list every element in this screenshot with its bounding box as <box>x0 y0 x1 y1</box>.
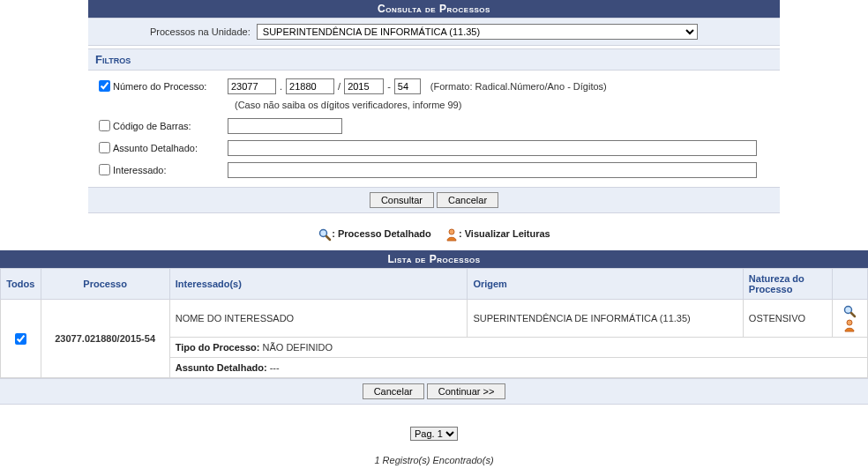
assunto-input[interactable] <box>228 140 757 156</box>
col-processo: Processo <box>41 269 169 300</box>
record-count: 1 Registro(s) Encontrado(s) <box>0 448 868 476</box>
cancelar-button[interactable]: Cancelar <box>437 192 498 208</box>
svg-point-5 <box>847 320 852 325</box>
assunto-label: Assunto Detalhado: <box>113 143 228 153</box>
filters-body: Número do Processo: . / - (Formato: Radi… <box>88 71 780 187</box>
magnifier-icon <box>318 227 332 242</box>
numero-radical-input[interactable] <box>228 78 276 94</box>
svg-point-2 <box>449 229 454 234</box>
list-action-bar: Cancelar Continuar >> <box>0 378 868 405</box>
list-cancelar-button[interactable]: Cancelar <box>363 383 424 399</box>
legend-leituras: : Visualizar Leituras <box>459 228 550 239</box>
filter-buttons: Consultar Cancelar <box>88 187 780 213</box>
table-row: 23077.021880/2015-54 NOME DO INTERESSADO… <box>1 300 868 338</box>
interessado-input[interactable] <box>228 162 757 178</box>
assunto-subvalue: --- <box>267 362 280 373</box>
numero-checkbox[interactable] <box>99 80 110 92</box>
filter-row-numero: Número do Processo: . / - (Formato: Radi… <box>95 78 773 94</box>
numero-hint: (Caso não saiba os dígitos verificadores… <box>235 100 773 110</box>
col-interessados: Interessado(s) <box>169 269 468 300</box>
numero-digitos-input[interactable] <box>394 78 421 94</box>
legend: : Processo Detalhado : Visualizar Leitur… <box>0 213 868 250</box>
list-title: Lista de Processos <box>0 250 868 268</box>
numero-format-hint: (Formato: Radical.Número/Ano - Dígitos) <box>430 81 607 92</box>
col-origem: Origem <box>468 269 743 300</box>
barras-input[interactable] <box>228 118 342 134</box>
row-checkbox[interactable] <box>15 333 26 345</box>
interessado-label: Interessado: <box>113 165 228 175</box>
row-natureza: OSTENSIVO <box>743 300 832 338</box>
interessado-checkbox[interactable] <box>99 164 110 175</box>
row-actions <box>832 300 867 338</box>
numero-ano-input[interactable] <box>344 78 384 94</box>
list-continuar-button[interactable]: Continuar >> <box>427 383 506 399</box>
filters-section-title: Filtros <box>88 48 780 71</box>
pager: Pag. 1 <box>0 405 868 448</box>
assunto-checkbox[interactable] <box>99 142 110 153</box>
barras-label: Código de Barras: <box>113 121 228 131</box>
page-title: Consulta de Processos <box>88 0 780 18</box>
page-select[interactable]: Pag. 1 <box>410 427 458 441</box>
row-interessado: NOME DO INTERESSADO <box>169 300 468 338</box>
col-natureza: Natureza do Processo <box>743 269 832 300</box>
filter-row-barras: Código de Barras: <box>95 117 773 134</box>
unit-label: Processos na Unidade: <box>150 26 251 37</box>
row-magnifier-icon[interactable] <box>842 304 857 318</box>
tipo-label: Tipo do Processo: <box>176 342 260 353</box>
numero-numero-input[interactable] <box>286 78 334 94</box>
unit-select[interactable]: SUPERINTENDÊNCIA DE INFORMÁTICA (11.35) <box>257 24 698 40</box>
assunto-sublabel: Assunto Detalhado: <box>176 362 267 373</box>
process-table: Todos Processo Interessado(s) Origem Nat… <box>0 268 868 378</box>
unit-row: Processos na Unidade: SUPERINTENDÊNCIA D… <box>88 18 780 46</box>
legend-detalhado: : Processo Detalhado <box>332 228 430 239</box>
col-actions <box>832 269 867 300</box>
svg-line-1 <box>326 236 330 240</box>
numero-label: Número do Processo: <box>113 81 228 92</box>
filter-row-interessado: Interessado: <box>95 161 773 178</box>
row-origem: SUPERINTENDÊNCIA DE INFORMÁTICA (11.35) <box>468 300 743 338</box>
processo-link[interactable]: 23077.021880/2015-54 <box>41 300 169 378</box>
col-todos[interactable]: Todos <box>1 269 41 300</box>
svg-line-4 <box>851 313 855 316</box>
tipo-value: NÃO DEFINIDO <box>259 342 333 353</box>
filter-row-assunto: Assunto Detalhado: <box>95 139 773 156</box>
row-person-icon[interactable] <box>842 318 857 332</box>
consultar-button[interactable]: Consultar <box>370 192 434 208</box>
barras-checkbox[interactable] <box>99 120 110 131</box>
person-icon <box>445 227 459 242</box>
